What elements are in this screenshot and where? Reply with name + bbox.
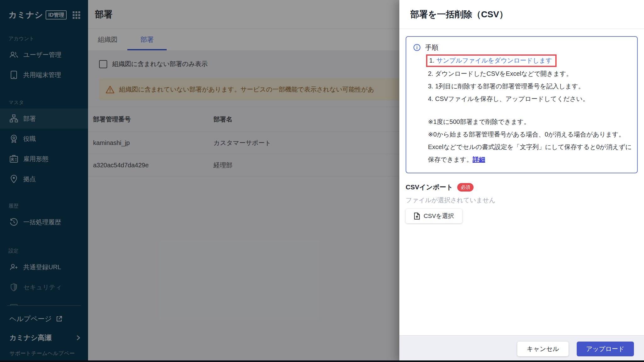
instructions-box: 手順 1.サンプルファイルをダウンロードします 2.ダウンロードしたCSVをEx…	[406, 36, 638, 173]
step-4: 4.CSVファイルを保存し、アップロードしてください。	[428, 95, 630, 103]
no-file-selected-text: ファイルが選択されていません	[406, 196, 638, 204]
annotation-highlight: 1.サンプルファイルをダウンロードします	[426, 54, 557, 67]
required-badge: 必須	[457, 183, 474, 192]
upload-button[interactable]: アップロード	[577, 342, 634, 356]
note-leading-zero: ※0から始まる部署管理番号がある場合、0が消える場合があります。Excelなどで…	[428, 128, 636, 166]
instructions-heading: 手順	[425, 43, 438, 52]
drawer-body: 手順 1.サンプルファイルをダウンロードします 2.ダウンロードしたCSVをEx…	[399, 29, 644, 335]
window-bottom-edge	[0, 360, 644, 362]
drawer-footer: キャンセル アップロード	[399, 335, 644, 362]
bulk-delete-drawer: 部署を一括削除（CSV） 手順 1.サンプルファイルをダウンロードします 2.ダ…	[399, 0, 644, 362]
step-3: 3.1列目に削除する部署の部署管理番号を記入します。	[428, 82, 630, 90]
drawer-header: 部署を一括削除（CSV）	[399, 0, 644, 29]
csv-select-button[interactable]: CSVを選択	[406, 209, 462, 223]
step-2: 2.ダウンロードしたCSVをExcelなどで開きます。	[428, 70, 630, 78]
note-limit: ※1度に500部署まで削除できます。	[428, 115, 636, 128]
sample-file-download-link[interactable]: サンプルファイルをダウンロードします	[436, 57, 552, 64]
drawer-title: 部署を一括削除（CSV）	[410, 8, 508, 20]
step-1: 1.サンプルファイルをダウンロードします	[428, 56, 630, 65]
cancel-button[interactable]: キャンセル	[517, 342, 568, 356]
detail-link[interactable]: 詳細	[473, 156, 485, 163]
instruction-steps: 1.サンプルファイルをダウンロードします 2.ダウンロードしたCSVをExcel…	[428, 56, 630, 103]
csv-select-label: CSVを選択	[424, 212, 454, 220]
file-upload-icon	[414, 212, 420, 220]
instruction-notes: ※1度に500部署まで削除できます。 ※0から始まる部署管理番号がある場合、0が…	[428, 115, 636, 166]
info-icon	[413, 44, 421, 51]
csv-import-row: CSVインポート 必須	[406, 183, 638, 192]
csv-import-label: CSVインポート	[406, 183, 453, 192]
